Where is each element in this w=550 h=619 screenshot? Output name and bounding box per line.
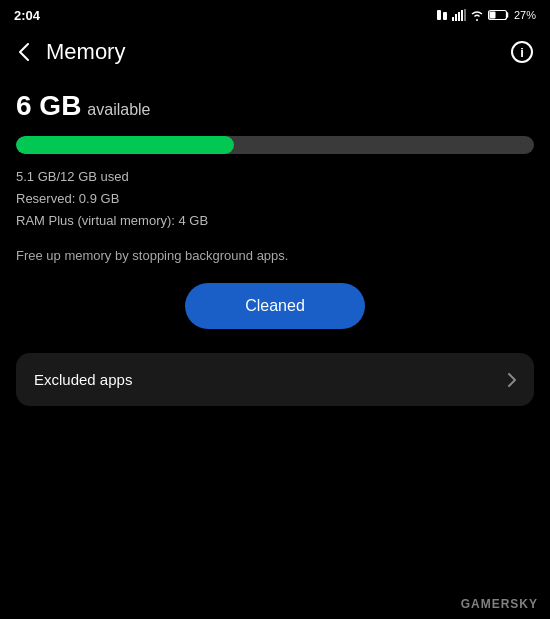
reserved-stat: Reserved: 0.9 GB [16, 188, 534, 210]
ram-plus-stat: RAM Plus (virtual memory): 4 GB [16, 210, 534, 232]
info-icon: i [511, 41, 533, 63]
cleaned-button-wrapper: Cleaned [16, 283, 534, 329]
back-icon [19, 43, 29, 61]
svg-rect-1 [443, 12, 447, 20]
svg-rect-3 [455, 14, 457, 21]
back-button[interactable] [10, 38, 38, 66]
header-left: Memory [10, 38, 125, 66]
page-title: Memory [46, 39, 125, 65]
svg-rect-5 [461, 10, 463, 21]
free-up-text: Free up memory by stopping background ap… [16, 248, 534, 263]
used-stat: 5.1 GB/12 GB used [16, 166, 534, 188]
available-label: available [87, 101, 150, 118]
header: Memory i [0, 28, 550, 80]
excluded-apps-label: Excluded apps [34, 371, 132, 388]
progress-bar-fill [16, 136, 234, 154]
status-bar: 2:04 27% [0, 0, 550, 28]
status-icons: 27% [436, 9, 536, 21]
chevron-right-icon [508, 373, 516, 387]
excluded-apps-row[interactable]: Excluded apps [16, 353, 534, 406]
signal-icon [452, 9, 466, 21]
svg-rect-6 [464, 9, 466, 21]
battery-percentage: 27% [514, 9, 536, 21]
available-amount: 6 GB [16, 90, 81, 121]
available-memory-text: 6 GBavailable [16, 90, 534, 122]
available-memory-section: 6 GBavailable [16, 90, 534, 122]
svg-rect-2 [452, 17, 454, 21]
info-button[interactable]: i [508, 38, 536, 66]
watermark: GAMERSKY [461, 597, 538, 611]
battery-icon [488, 9, 510, 21]
wifi-icon [470, 10, 484, 21]
memory-stats: 5.1 GB/12 GB used Reserved: 0.9 GB RAM P… [16, 166, 534, 232]
svg-rect-4 [458, 12, 460, 21]
svg-rect-8 [489, 12, 495, 19]
sim-icon [436, 9, 448, 21]
content-area: 6 GBavailable 5.1 GB/12 GB used Reserved… [0, 80, 550, 422]
memory-progress-bar [16, 136, 534, 154]
cleaned-button[interactable]: Cleaned [185, 283, 365, 329]
status-time: 2:04 [14, 8, 40, 23]
svg-rect-0 [437, 10, 441, 20]
